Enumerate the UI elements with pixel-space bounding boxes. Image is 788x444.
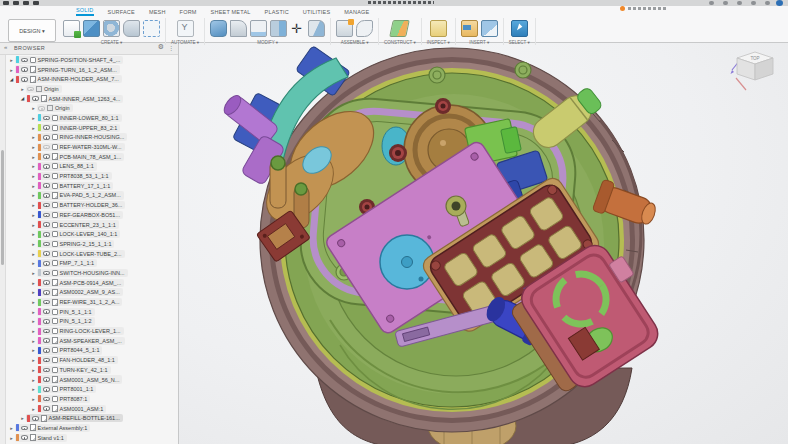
tree-row-asm-inner-holder-asm-7[interactable]: ◢ASM-INNER-HOLDER_ASM_7... (6, 74, 178, 84)
tree-item[interactable]: PIN_5_1_1:2 (37, 317, 95, 325)
visibility-eye-icon[interactable] (43, 232, 50, 237)
visibility-eye-icon[interactable] (43, 387, 50, 392)
tree-item-label[interactable]: ASM0001_ASM:1 (60, 406, 104, 412)
tree-item[interactable]: REF-WIRE_31_1_2_A... (37, 298, 122, 306)
tree-item-label[interactable]: REF-WIRE_31_1_2_A... (60, 299, 120, 305)
tree-item[interactable]: RING-INNER-HOUSING... (37, 133, 127, 141)
expand-arrow-icon[interactable]: ▸ (30, 163, 37, 169)
visibility-eye-icon[interactable] (21, 77, 28, 82)
tab-mesh[interactable]: MESH (149, 9, 166, 15)
tree-row-asm-speaker-asm[interactable]: ▸ASM-SPEAKER_ASM_... (6, 336, 178, 346)
tree-item[interactable]: Origin (26, 85, 62, 93)
sweep-icon[interactable] (123, 20, 140, 37)
tree-row-pin-5-1-1-1[interactable]: ▸PIN_5_1_1:1 (6, 307, 178, 317)
shell-icon[interactable] (250, 20, 267, 37)
visibility-eye-icon[interactable] (43, 280, 50, 285)
visibility-eye-icon[interactable] (43, 261, 50, 266)
tree-row-lock-lever-tube-2[interactable]: ▸LOCK-LEVER-TUBE_2... (6, 249, 178, 259)
visibility-eye-icon[interactable] (43, 338, 50, 343)
tree-item-label[interactable]: PIN_5_1_1:2 (60, 318, 92, 324)
tree-item-label[interactable]: ECCENTER_23_1_1:1 (60, 222, 116, 228)
visibility-eye-icon[interactable] (43, 271, 50, 276)
automate-icon[interactable] (177, 20, 194, 37)
expand-arrow-icon[interactable]: ▸ (30, 289, 37, 295)
visibility-eye-icon[interactable] (43, 222, 50, 227)
panel-menu-icon[interactable]: ⋮ (168, 44, 174, 51)
tree-item[interactable]: INNER-LOWER_80_1:1 (37, 114, 122, 122)
expand-arrow-icon[interactable]: ▸ (30, 357, 37, 363)
tree-item[interactable]: SPRING-TURN_16_1_2_ASM... (15, 65, 120, 73)
tree-row-eccenter-23-1-1-1[interactable]: ▸ECCENTER_23_1_1:1 (6, 220, 178, 230)
group-label-inspect[interactable]: INSPECT ▾ (427, 40, 450, 45)
tree-item[interactable]: ASM-INNER-HOLDER_ASM_7... (15, 75, 122, 83)
tree-item-label[interactable]: ASM-INNER_ASM_1263_4... (49, 96, 121, 102)
split-icon[interactable] (308, 20, 325, 37)
expand-arrow-icon[interactable]: ▸ (30, 328, 37, 334)
tree-item[interactable]: BATTERY-HOLDER_36... (37, 201, 125, 209)
visibility-eye-icon[interactable] (43, 145, 50, 150)
tree-item-label[interactable]: ASM0002_ASM_9_AS... (60, 289, 120, 295)
tree-item-label[interactable]: LOCK-LEVER_140_1:1 (60, 231, 118, 237)
expand-arrow-icon[interactable]: ▸ (8, 57, 15, 63)
help-icon[interactable] (751, 1, 756, 5)
tree-item-label[interactable]: ASM-REFILL-BOTTLE-161... (49, 415, 120, 421)
tree-item-label[interactable]: PRT8038_53_1_1:1 (60, 173, 109, 179)
tree-item-label[interactable]: REF-GEARBOX-BO51... (60, 212, 121, 218)
tree-item-label[interactable]: SPRING-TURN_16_1_2_ASM... (38, 67, 117, 73)
expand-arrow-icon[interactable]: ▸ (8, 435, 15, 441)
expand-arrow-icon[interactable]: ▸ (30, 406, 37, 412)
expand-arrow-icon[interactable]: ▸ (8, 67, 15, 73)
tree-row-spring-position-shaft-4[interactable]: ▸SPRING-POSITION-SHAFT_4_... (6, 55, 178, 65)
visibility-eye-icon[interactable] (43, 406, 50, 411)
group-label-select[interactable]: SELECT ▾ (509, 40, 530, 45)
tree-item[interactable]: SWITCH-HOUSING-INN... (37, 269, 128, 277)
tree-item[interactable]: SPRING-2_15_1_1:1 (37, 240, 114, 248)
tree-row-fmp-7-1-1-1[interactable]: ▸FMP_7_1_1:1 (6, 258, 178, 268)
tree-row-switch-housing-inn[interactable]: ▸SWITCH-HOUSING-INN... (6, 268, 178, 278)
tree-item[interactable]: REF-GEARBOX-BO51... (37, 211, 123, 219)
tree-row-pcb-main-78-asm-1[interactable]: ▸PCB-MAIN_78_ASM_1... (6, 152, 178, 162)
joint-icon[interactable] (356, 20, 373, 37)
tree-row-prt8001-1-1[interactable]: ▸PRT8001_1:1 (6, 384, 178, 394)
tab-sheet-metal[interactable]: SHEET METAL (211, 9, 251, 15)
tree-item-label[interactable]: ASM-SPEAKER_ASM_... (60, 338, 122, 344)
tree-item-label[interactable]: INNER-LOWER_80_1:1 (60, 115, 119, 121)
tree-item-label[interactable]: REF-WATER-310ML-W... (60, 144, 122, 150)
tree-item-label[interactable]: PRT8044_5_1:1 (60, 347, 100, 353)
notification-dot-icon[interactable] (620, 6, 625, 11)
tree-row-ref-gearbox-bo51[interactable]: ▸REF-GEARBOX-BO51... (6, 210, 178, 220)
tree-item-label[interactable]: PCB-MAIN_78_ASM_1... (60, 154, 122, 160)
visibility-eye-icon[interactable] (21, 67, 28, 72)
visibility-eye-icon[interactable] (43, 174, 50, 179)
visibility-eye-icon[interactable] (43, 290, 50, 295)
tree-item-label[interactable]: BATTERY_17_1_1:1 (60, 183, 111, 189)
tree-item[interactable]: ASM-INNER_ASM_1263_4... (26, 95, 123, 103)
tree-row-ring-lock-lever-1[interactable]: ▸RING-LOCK-LEVER_1... (6, 326, 178, 336)
visibility-eye-icon[interactable] (43, 397, 50, 402)
expand-arrow-icon[interactable]: ▸ (30, 309, 37, 315)
tree-item-label[interactable]: INNER-UPPER_83_2:1 (60, 125, 118, 131)
visibility-eye-icon[interactable] (43, 242, 50, 247)
tree-item-label[interactable]: LOCK-LEVER-TUBE_2... (60, 251, 122, 257)
tree-item-label[interactable]: PRT8001_1:1 (60, 386, 94, 392)
visibility-eye-icon[interactable] (43, 251, 50, 256)
collapse-arrow-icon[interactable]: ◢ (19, 96, 26, 101)
visibility-eye-icon[interactable] (43, 213, 50, 218)
tree-row-origin[interactable]: ▸Origin (6, 103, 178, 113)
tree-item[interactable]: ASM-REFILL-BOTTLE-161... (26, 414, 123, 422)
group-label-construct[interactable]: CONSTRUCT ▾ (384, 40, 416, 45)
expand-arrow-icon[interactable]: ▸ (19, 86, 26, 92)
tree-row-asm0002-asm-9-as[interactable]: ▸ASM0002_ASM_9_AS... (6, 288, 178, 298)
expand-arrow-icon[interactable]: ▸ (30, 212, 37, 218)
job-status-icon[interactable] (723, 1, 728, 5)
tree-item[interactable]: ASM0001_ASM:1 (37, 405, 106, 413)
box-icon[interactable] (83, 20, 100, 37)
tree-row-turn-key-42-1-1[interactable]: ▸TURN-KEY_42_1:1 (6, 365, 178, 375)
fillet-icon[interactable] (230, 20, 247, 37)
expand-arrow-icon[interactable]: ▸ (30, 144, 37, 150)
tree-row-inner-upper-83-2-1[interactable]: ▸INNER-UPPER_83_2:1 (6, 123, 178, 133)
tree-item[interactable]: FAN-HOLDER_48_1:1 (37, 356, 118, 364)
save-icon[interactable] (13, 1, 19, 5)
tree-item-label[interactable]: PRT8087:1 (60, 396, 88, 402)
move-icon[interactable] (290, 21, 305, 36)
